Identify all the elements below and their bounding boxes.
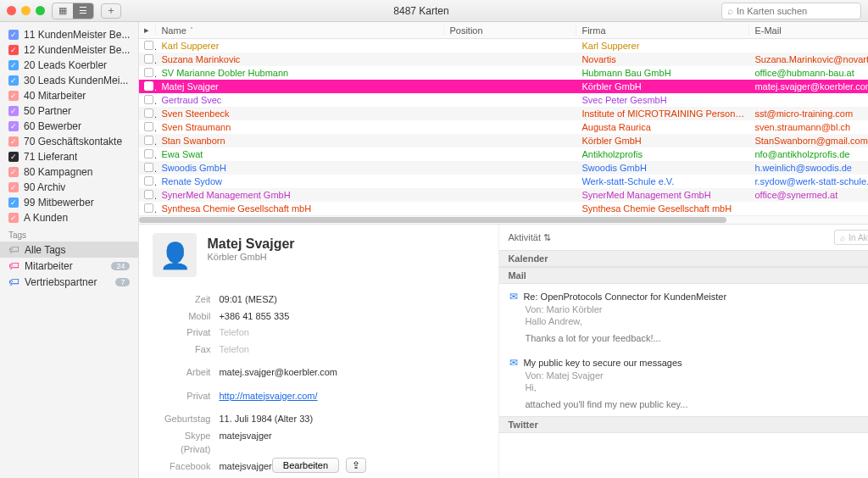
sort-icon: ⇅ [543, 232, 551, 242]
tag-item[interactable]: 🏷Alle Tags [0, 242, 138, 258]
checkbox-icon[interactable]: ✓ [8, 106, 19, 116]
sidebar-item[interactable]: ✓20 Leads Koerbler [0, 58, 138, 73]
contact-company: Körbler GmbH [153, 252, 485, 262]
table-row[interactable]: Swoodis GmbH Swoodis GmbH h.weinlich@swo… [139, 161, 868, 175]
checkbox-icon[interactable]: ✓ [8, 182, 19, 192]
table-row[interactable]: Karl Supperer Karl Supperer 02714 6396 [139, 39, 868, 53]
row-checkbox[interactable] [144, 81, 153, 91]
row-checkbox[interactable] [144, 68, 153, 77]
sidebar-item[interactable]: ✓40 Mitarbeiter [0, 88, 138, 103]
link[interactable]: http://matejsvajger.com/ [219, 391, 317, 401]
sidebar-item[interactable]: ✓30 Leads KundenMei... [0, 73, 138, 88]
sidebar-item[interactable]: ✓60 Bewerber [0, 119, 138, 134]
section-twitter[interactable]: Twitter [499, 416, 868, 433]
field-label: Mobil [153, 309, 219, 324]
edit-button[interactable]: Bearbeiten [272, 458, 339, 473]
table-row[interactable]: Suzana Marinkovic Novartis Suzana.Marink… [139, 53, 868, 66]
sidebar-item[interactable]: ✓99 Mitbewerber [0, 195, 138, 210]
search-cards-input[interactable]: ⌕ [721, 3, 861, 19]
sidebar-item[interactable]: ✓50 Partner [0, 103, 138, 119]
table-row[interactable]: Gertraud Svec Svec Peter GesmbH [139, 93, 868, 107]
row-checkbox[interactable] [144, 163, 153, 172]
table-row[interactable]: Renate Sydow Werk-statt-Schule e.V. r.sy… [139, 175, 868, 188]
sidebar-item-label: 70 Geschäftskontakte [24, 136, 122, 147]
field-label: Skype (Privat) [153, 429, 219, 457]
cell-name: Gertraud Svec [156, 95, 444, 105]
cards-table: ▸ Name ˄ Position Firma E-Mail Telefon K… [139, 22, 868, 225]
section-mail[interactable]: Mail [499, 267, 868, 284]
sidebar-item[interactable]: ✓80 Kampagnen [0, 164, 138, 180]
checkbox-icon[interactable]: ✓ [8, 213, 19, 223]
share-button[interactable]: ⇪ [346, 458, 366, 473]
tag-label: Alle Tags [25, 244, 65, 256]
col-checkbox[interactable]: ▸ [139, 25, 156, 36]
titlebar: ▦ ☰ ＋ 8487 Karten ⌕ [0, 0, 868, 22]
activity-search[interactable]: ⌕In Aktivitäten suchen [834, 230, 868, 245]
table-row[interactable]: Ewa Swat Antikholzprofis nfo@antikholzpr… [139, 147, 868, 161]
row-checkbox[interactable] [144, 54, 153, 64]
sidebar-item[interactable]: ✓11 KundenMeister Be... [0, 27, 138, 42]
tag-item[interactable]: 🏷Vertriebspartner7 [0, 274, 138, 290]
row-checkbox[interactable] [144, 136, 153, 145]
row-checkbox[interactable] [144, 41, 153, 50]
col-name[interactable]: Name ˄ [156, 25, 444, 36]
field-label: Arbeit [153, 365, 219, 380]
checkbox-icon[interactable]: ✓ [8, 91, 19, 101]
view-list-icon[interactable]: ☰ [73, 3, 93, 19]
table-row[interactable]: Stan Swanborn Körbler GmbH StanSwanborn@… [139, 134, 868, 147]
tag-icon: 🏷 [8, 275, 19, 288]
checkbox-icon[interactable]: ✓ [8, 30, 19, 40]
tag-label: Vertriebspartner [25, 276, 97, 288]
sidebar-item[interactable]: ✓A Kunden [0, 210, 138, 225]
section-kalender[interactable]: Kalender [499, 250, 868, 267]
table-row[interactable]: Sven Straumann Augusta Raurica sven.stra… [139, 120, 868, 134]
search-icon: ⌕ [840, 233, 845, 242]
zoom-icon[interactable] [36, 6, 45, 15]
field-value: Telefon [219, 325, 248, 340]
table-row[interactable]: Matej Svajger Körbler GmbH matej.svajger… [139, 80, 868, 93]
row-checkbox[interactable] [144, 122, 153, 131]
row-checkbox[interactable] [144, 176, 153, 186]
cell-email: r.sydow@werk-statt-schule.de [749, 176, 868, 186]
view-switcher[interactable]: ▦ ☰ [52, 3, 94, 19]
col-firma[interactable]: Firma [576, 25, 749, 36]
col-email[interactable]: E-Mail [749, 25, 868, 36]
row-checkbox[interactable] [144, 95, 153, 104]
checkbox-icon[interactable]: ✓ [8, 152, 19, 162]
col-position[interactable]: Position [444, 25, 576, 36]
add-button[interactable]: ＋ [101, 3, 121, 19]
checkbox-icon[interactable]: ✓ [8, 167, 19, 177]
checkbox-icon[interactable]: ✓ [8, 121, 19, 131]
table-row[interactable]: Synthesa Chemie Gesellschaft mbH Synthes… [139, 202, 868, 215]
table-row[interactable]: SynerMed Management GmbH SynerMed Manage… [139, 188, 868, 202]
sidebar-item[interactable]: ✓12 KundenMeister Be... [0, 42, 138, 58]
close-icon[interactable] [7, 6, 16, 15]
scrollbar-thumb[interactable] [139, 217, 726, 223]
cell-email: office@synermed.at [749, 190, 868, 200]
row-checkbox[interactable] [144, 190, 153, 199]
checkbox-icon[interactable]: ✓ [8, 197, 19, 208]
checkbox-icon[interactable]: ✓ [8, 136, 19, 147]
row-checkbox[interactable] [144, 108, 153, 118]
sidebar-item[interactable]: ✓70 Geschäftskontakte [0, 134, 138, 149]
activity-label[interactable]: Aktivität ⇅ [508, 232, 551, 243]
checkbox-icon[interactable]: ✓ [8, 45, 19, 55]
horizontal-scrollbar[interactable] [139, 215, 868, 224]
sidebar-item[interactable]: ✓71 Lieferant [0, 149, 138, 164]
sidebar-item-label: 11 KundenMeister Be... [24, 29, 130, 41]
table-row[interactable]: Sven Steenbeck Institute of MICROTRAININ… [139, 107, 868, 120]
table-row[interactable]: SV Marianne Dobler Hubmann Hubmann Bau G… [139, 66, 868, 80]
checkbox-icon[interactable]: ✓ [8, 60, 19, 70]
cell-name: Sven Straumann [156, 122, 444, 132]
row-checkbox[interactable] [144, 203, 153, 213]
search-cards-field[interactable] [737, 6, 855, 16]
mail-subject: My public key to secure our messages [523, 358, 682, 368]
sidebar-item[interactable]: ✓90 Archiv [0, 180, 138, 195]
mail-item[interactable]: ✉My public key to secure our messages01.… [499, 350, 868, 416]
row-checkbox[interactable] [144, 149, 153, 158]
view-grid-icon[interactable]: ▦ [53, 3, 73, 19]
mail-item[interactable]: ✉Re: OpenProtocols Connector for KundenM… [499, 284, 868, 350]
minimize-icon[interactable] [21, 6, 31, 15]
tag-item[interactable]: 🏷Mitarbeiter24 [0, 258, 138, 274]
checkbox-icon[interactable]: ✓ [8, 75, 19, 86]
